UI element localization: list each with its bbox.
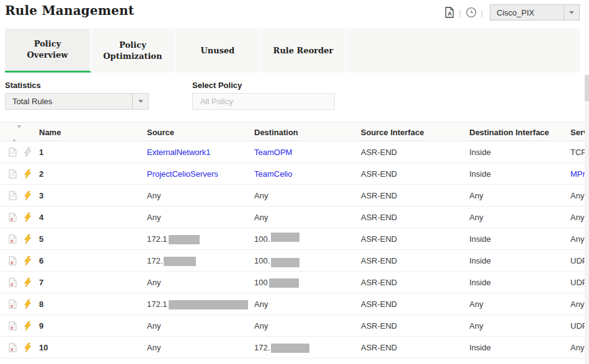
col-header-source-interface[interactable]: Source Interface bbox=[361, 123, 424, 142]
cell-source-interface: ASR-END bbox=[361, 185, 397, 206]
document-error-icon[interactable]: x bbox=[9, 234, 17, 246]
cell-name: 1 bbox=[39, 141, 43, 163]
col-header-destination[interactable]: Destination bbox=[254, 123, 298, 142]
lightning-yellow-icon[interactable] bbox=[24, 321, 32, 333]
cell-source[interactable]: ProjectCelioServers bbox=[147, 163, 218, 185]
table-row: 3AnyAnyASR-ENDAnyAny bbox=[0, 185, 585, 206]
document-error-icon[interactable]: x bbox=[9, 256, 17, 268]
redaction-box bbox=[164, 257, 196, 266]
col-header-destination-interface[interactable]: Destination Interface bbox=[469, 123, 549, 142]
document-error-icon[interactable]: x bbox=[9, 321, 17, 333]
cell-source-interface: ASR-END bbox=[361, 163, 397, 185]
cell-name: 2 bbox=[39, 163, 43, 185]
tab-policy-optimization[interactable]: Policy Optimization bbox=[91, 29, 175, 73]
table-row: x 5172.1100.ASR-ENDInsideAny bbox=[0, 228, 585, 250]
cell-source: 172. bbox=[147, 250, 196, 272]
cell-service: Any bbox=[570, 185, 584, 206]
svg-text:A: A bbox=[448, 11, 452, 17]
cell-source[interactable]: ExternalNetwork1 bbox=[147, 141, 211, 163]
vertical-scrollbar[interactable] bbox=[585, 74, 589, 364]
cell-service: Any bbox=[570, 206, 584, 228]
tab-unused[interactable]: Unused bbox=[175, 29, 261, 73]
col-header-source[interactable]: Source bbox=[147, 123, 174, 142]
cell-source-interface: ASR-END bbox=[361, 272, 397, 293]
cell-source: Any bbox=[147, 337, 161, 358]
cell-source: Any bbox=[147, 185, 161, 206]
document-icon[interactable] bbox=[9, 191, 17, 203]
document-icon[interactable] bbox=[9, 169, 17, 181]
statistics-value: Total Rules bbox=[6, 94, 132, 109]
cell-service[interactable]: MPr bbox=[570, 163, 585, 185]
lightning-yellow-icon[interactable] bbox=[24, 234, 32, 246]
lightning-yellow-icon[interactable] bbox=[24, 300, 32, 311]
select-policy-label: Select Policy bbox=[192, 81, 242, 90]
cell-name: 8 bbox=[39, 293, 43, 315]
lightning-yellow-icon[interactable] bbox=[24, 343, 32, 355]
lightning-yellow-icon[interactable] bbox=[24, 191, 32, 203]
tab-bar-filler bbox=[347, 29, 580, 73]
tab-policy-overview[interactable]: Policy Overview bbox=[5, 29, 91, 73]
lightning-gray-icon[interactable] bbox=[24, 148, 32, 159]
tab-bar: Policy Overview Policy Optimization Unus… bbox=[5, 29, 580, 73]
cell-name: 4 bbox=[39, 206, 43, 228]
table-body: 1ExternalNetwork1TeamOPMASR-ENDInsideTCP… bbox=[0, 141, 585, 358]
separator: | bbox=[481, 8, 483, 17]
cell-source-interface: ASR-END bbox=[361, 141, 397, 163]
cell-source-interface: ASR-END bbox=[361, 293, 397, 315]
document-error-icon[interactable]: x bbox=[9, 213, 17, 224]
cell-destination-interface: Inside bbox=[469, 272, 491, 293]
chevron-down-icon[interactable] bbox=[132, 94, 148, 109]
pdf-export-icon[interactable]: A bbox=[445, 7, 454, 18]
table-row: x 7Any100ASR-ENDInsideUDP bbox=[0, 272, 585, 293]
chevron-down-icon[interactable] bbox=[564, 5, 579, 20]
select-policy-input[interactable] bbox=[192, 93, 335, 110]
redaction-box bbox=[269, 278, 299, 288]
cell-service: Any bbox=[570, 337, 584, 358]
redaction-box bbox=[271, 233, 299, 242]
cell-service: UDP bbox=[570, 272, 585, 293]
device-selector-dropdown[interactable]: Cisco_PIX bbox=[490, 4, 580, 20]
lightning-yellow-icon[interactable] bbox=[24, 213, 32, 224]
cell-destination: Any bbox=[254, 293, 268, 315]
lightning-yellow-icon[interactable] bbox=[24, 278, 32, 290]
cell-source-interface: ASR-END bbox=[361, 228, 397, 250]
col-header-service[interactable]: Service bbox=[570, 123, 585, 142]
cell-source: Any bbox=[147, 206, 161, 228]
lightning-yellow-icon[interactable] bbox=[24, 169, 32, 181]
table-row: x 10Any172.ASR-ENDInsideAny bbox=[0, 337, 585, 358]
table-row: x 9AnyAnyASR-ENDAnyUDP bbox=[0, 315, 585, 337]
tab-rule-reorder[interactable]: Rule Reorder bbox=[261, 29, 347, 73]
statistics-label: Statistics bbox=[5, 81, 41, 90]
scrollbar-thumb[interactable] bbox=[585, 75, 589, 101]
cell-name: 9 bbox=[39, 315, 43, 337]
redaction-box bbox=[169, 235, 200, 244]
cell-destination-interface: Inside bbox=[469, 141, 491, 163]
cell-source-interface: ASR-END bbox=[361, 250, 397, 272]
cell-destination[interactable]: TeamOPM bbox=[254, 141, 292, 163]
cell-name: 5 bbox=[39, 228, 43, 250]
cell-source-interface: ASR-END bbox=[361, 337, 397, 358]
lightning-yellow-icon[interactable] bbox=[24, 256, 32, 268]
cell-source: Any bbox=[147, 315, 161, 337]
separator: | bbox=[459, 8, 461, 17]
cell-name: 6 bbox=[39, 250, 43, 272]
table-row: 1ExternalNetwork1TeamOPMASR-ENDInsideTCP bbox=[0, 141, 585, 163]
cell-destination[interactable]: TeamCelio bbox=[254, 163, 292, 185]
statistics-dropdown[interactable]: Total Rules bbox=[5, 93, 149, 110]
cell-name: 3 bbox=[39, 185, 43, 206]
cell-service: Any bbox=[570, 293, 584, 315]
cell-destination: 100. bbox=[254, 228, 299, 250]
clock-icon[interactable] bbox=[466, 7, 477, 18]
document-error-icon[interactable]: x bbox=[9, 343, 17, 355]
document-error-icon[interactable]: x bbox=[9, 278, 17, 290]
top-actions: A | | Cisco_PIX bbox=[445, 4, 580, 20]
cell-destination-interface: Inside bbox=[469, 163, 491, 185]
cell-source-interface: ASR-END bbox=[361, 206, 397, 228]
document-icon[interactable] bbox=[9, 148, 17, 159]
cell-destination: 100. bbox=[254, 250, 299, 272]
document-error-icon[interactable]: x bbox=[9, 300, 17, 311]
device-selector-value: Cisco_PIX bbox=[490, 5, 564, 20]
cell-service: TCP bbox=[570, 141, 585, 163]
sort-arrows-icon[interactable] bbox=[12, 128, 22, 140]
col-header-name[interactable]: Name bbox=[39, 123, 61, 142]
